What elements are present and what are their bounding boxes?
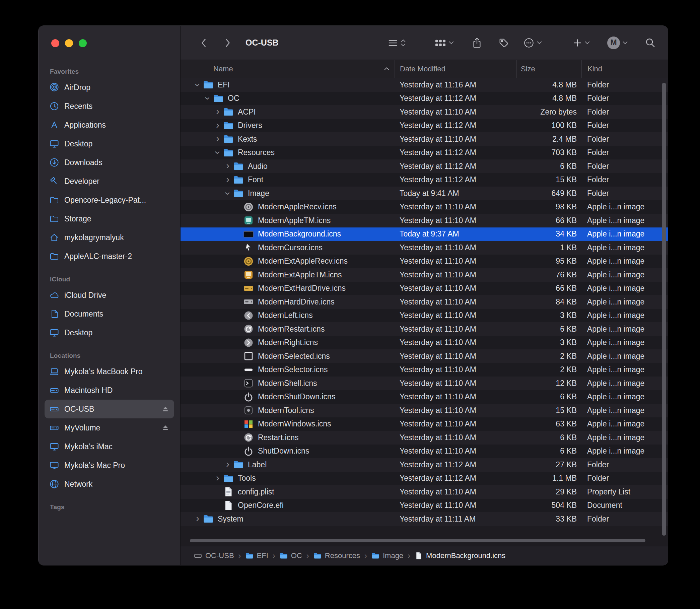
file-row-modernleft-icns[interactable]: ModernLeft.icnsYesterday at 11:10 AM3 KB… xyxy=(180,309,668,323)
sidebar-item-mykolagrymalyuk[interactable]: mykolagrymalyuk xyxy=(45,228,174,247)
sidebar-item-airdrop[interactable]: AirDrop xyxy=(45,78,174,97)
file-row-modernwindows-icns[interactable]: ModernWindows.icnsYesterday at 11:10 AM6… xyxy=(180,417,668,431)
sidebar-item-desktop[interactable]: Desktop xyxy=(45,323,174,342)
column-header-size[interactable]: Size xyxy=(517,60,581,78)
file-row-modernbackground-icns[interactable]: ModernBackground.icnsToday at 9:37 AM34 … xyxy=(180,227,668,241)
sidebar-item-recents[interactable]: Recents xyxy=(45,97,174,116)
sidebar-item-macintosh-hd[interactable]: Macintosh HD xyxy=(45,381,174,400)
column-header-name[interactable]: Name xyxy=(180,60,395,78)
tool-icon xyxy=(243,405,254,416)
group-button[interactable] xyxy=(435,38,454,48)
file-row-modernshutdown-icns[interactable]: ModernShutDown.icnsYesterday at 11:10 AM… xyxy=(180,390,668,404)
avatar: M xyxy=(607,36,620,49)
more-actions-button[interactable] xyxy=(524,37,542,48)
file-row-modernselected-icns[interactable]: ModernSelected.icnsYesterday at 11:10 AM… xyxy=(180,349,668,363)
search-button[interactable] xyxy=(645,37,656,48)
file-row-opencore-efi[interactable]: OpenCore.efiYesterday at 11:10 AM504 KBD… xyxy=(180,499,668,512)
path-item-modernbackground-icns[interactable]: ModernBackground.icns xyxy=(415,551,505,560)
close-button[interactable] xyxy=(51,39,59,47)
view-options-button[interactable] xyxy=(388,38,406,48)
file-row-label[interactable]: ›LabelYesterday at 11:12 AM27 KBFolder xyxy=(180,458,668,472)
file-row-moderntool-icns[interactable]: ModernTool.icnsYesterday at 11:10 AM15 K… xyxy=(180,404,668,417)
disclosure-open-icon[interactable]: › xyxy=(223,188,233,198)
sidebar-item-mykola-s-mac-pro[interactable]: Mykola’s Mac Pro xyxy=(45,456,174,475)
sidebar-item-applications[interactable]: Applications xyxy=(45,116,174,134)
path-item-image[interactable]: Image xyxy=(371,551,403,560)
sidebar-item-applealc-master-2[interactable]: AppleALC-master-2 xyxy=(45,247,174,266)
file-row-system[interactable]: ›SystemYesterday at 11:11 AM33 KBFolder xyxy=(180,512,668,526)
file-row-modernharddrive-icns[interactable]: ModernHardDrive.icnsYesterday at 11:10 A… xyxy=(180,295,668,309)
share-button[interactable] xyxy=(472,37,482,49)
forward-button[interactable] xyxy=(222,36,233,50)
eject-icon[interactable] xyxy=(161,405,170,413)
disclosure-closed-icon[interactable]: › xyxy=(223,459,233,469)
vertical-scrollbar[interactable] xyxy=(662,83,666,536)
disclosure-closed-icon[interactable]: › xyxy=(223,175,233,184)
file-row-drivers[interactable]: ›DriversYesterday at 11:12 AM100 KBFolde… xyxy=(180,119,668,133)
sidebar-item-storage[interactable]: Storage xyxy=(45,209,174,228)
path-item-efi[interactable]: EFI xyxy=(245,551,268,560)
disclosure-open-icon[interactable]: › xyxy=(203,93,213,104)
file-row-moderncursor-icns[interactable]: ModernCursor.icnsYesterday at 11:10 AM1 … xyxy=(180,241,668,255)
sidebar-item-icloud-drive[interactable]: iCloud Drive xyxy=(45,286,174,304)
sidebar-item-developer[interactable]: Developer xyxy=(45,172,174,191)
zoom-button[interactable] xyxy=(79,39,87,47)
file-row-modernappletm-icns[interactable]: ModernAppleTM.icnsYesterday at 11:10 AM6… xyxy=(180,214,668,227)
disclosure-closed-icon[interactable]: › xyxy=(213,120,223,130)
sidebar-item-myvolume[interactable]: MyVolume xyxy=(45,418,174,437)
file-row-config-plist[interactable]: config.plistYesterday at 11:10 AM29 KBPr… xyxy=(180,485,668,499)
file-row-resources[interactable]: ›ResourcesYesterday at 11:12 AM703 KBFol… xyxy=(180,146,668,160)
file-row-modernextharddrive-icns[interactable]: ModernExtHardDrive.icnsYesterday at 11:1… xyxy=(180,282,668,295)
sidebar-item-mykola-s-macbook-pro[interactable]: Mykola’s MacBook Pro xyxy=(45,362,174,381)
path-item-resources[interactable]: Resources xyxy=(314,551,360,560)
file-row-modernextapplerecv-icns[interactable]: ModernExtAppleRecv.icnsYesterday at 11:1… xyxy=(180,255,668,268)
file-row-oc[interactable]: ›OCYesterday at 11:12 AM4.8 MBFolder xyxy=(180,92,668,105)
file-kind: Folder xyxy=(581,81,668,89)
sidebar-item-desktop[interactable]: Desktop xyxy=(45,134,174,153)
disclosure-closed-icon[interactable]: › xyxy=(223,161,233,171)
eject-icon[interactable] xyxy=(161,424,170,432)
disclosure-open-icon[interactable]: › xyxy=(193,80,203,90)
disclosure-closed-icon[interactable]: › xyxy=(213,134,223,143)
file-row-acpi[interactable]: ›ACPIYesterday at 11:10 AMZero bytesFold… xyxy=(180,105,668,119)
file-row-tools[interactable]: ›ToolsYesterday at 11:12 AM1.1 MBFolder xyxy=(180,472,668,485)
file-row-kexts[interactable]: ›KextsYesterday at 11:10 AM2.4 MBFolder xyxy=(180,132,668,146)
new-item-button[interactable] xyxy=(573,38,590,48)
display-icon xyxy=(49,328,59,338)
file-row-efi[interactable]: ›EFIYesterday at 11:16 AM4.8 MBFolder xyxy=(180,78,668,92)
file-row-modernrestart-icns[interactable]: ModernRestart.icnsYesterday at 11:10 AM6… xyxy=(180,322,668,336)
file-row-modernextappletm-icns[interactable]: ModernExtAppleTM.icnsYesterday at 11:10 … xyxy=(180,268,668,282)
disclosure-closed-icon[interactable]: › xyxy=(213,106,223,116)
column-header-date-modified[interactable]: Date Modified xyxy=(395,60,517,78)
sidebar-item-opencore-legacy-pat[interactable]: Opencore-Legacy-Pat... xyxy=(45,191,174,209)
path-item-oc-usb[interactable]: OC-USB xyxy=(194,551,234,560)
sidebar-item-downloads[interactable]: Downloads xyxy=(45,153,174,172)
disclosure-open-icon[interactable]: › xyxy=(213,148,223,158)
file-row-restart-icns[interactable]: Restart.icnsYesterday at 11:10 AM6 KBApp… xyxy=(180,431,668,445)
sidebar-item-mykola-s-imac[interactable]: Mykola’s iMac xyxy=(45,437,174,456)
file-row-audio[interactable]: ›AudioYesterday at 11:12 AM6 KBFolder xyxy=(180,159,668,173)
file-row-modernright-icns[interactable]: ModernRight.icnsYesterday at 11:10 AM3 K… xyxy=(180,336,668,350)
horizontal-scrollbar[interactable] xyxy=(190,539,645,542)
file-row-shutdown-icns[interactable]: ShutDown.icnsYesterday at 11:10 AM6 KBAp… xyxy=(180,445,668,458)
path-item-oc[interactable]: OC xyxy=(280,551,302,560)
file-row-modernshell-icns[interactable]: ModernShell.icnsYesterday at 11:10 AM12 … xyxy=(180,377,668,390)
account-button[interactable]: M xyxy=(607,36,628,49)
disclosure-closed-icon[interactable]: › xyxy=(213,473,223,483)
file-row-image[interactable]: ›ImageToday at 9:41 AM649 KBFolder xyxy=(180,187,668,200)
file-row-modernapplerecv-icns[interactable]: ModernAppleRecv.icnsYesterday at 11:10 A… xyxy=(180,200,668,214)
disclosure-closed-icon[interactable]: › xyxy=(193,514,203,523)
tags-button[interactable] xyxy=(499,38,509,48)
doc-icon xyxy=(223,500,234,511)
sidebar-item-documents[interactable]: Documents xyxy=(45,304,174,323)
file-name-cell: ModernRight.icns xyxy=(180,337,395,348)
sidebar-item-oc-usb[interactable]: OC-USB xyxy=(45,400,174,418)
ellipsis-circle-icon xyxy=(524,37,534,48)
file-row-font[interactable]: ›FontYesterday at 11:12 AM15 KBFolder xyxy=(180,173,668,187)
back-button[interactable] xyxy=(198,36,209,50)
minimize-button[interactable] xyxy=(65,39,73,47)
sidebar-item-network[interactable]: Network xyxy=(45,475,174,493)
file-row-modernselector-icns[interactable]: ModernSelector.icnsYesterday at 11:10 AM… xyxy=(180,363,668,377)
circle-restart-icon xyxy=(243,432,254,443)
column-header-kind[interactable]: Kind xyxy=(581,60,668,78)
